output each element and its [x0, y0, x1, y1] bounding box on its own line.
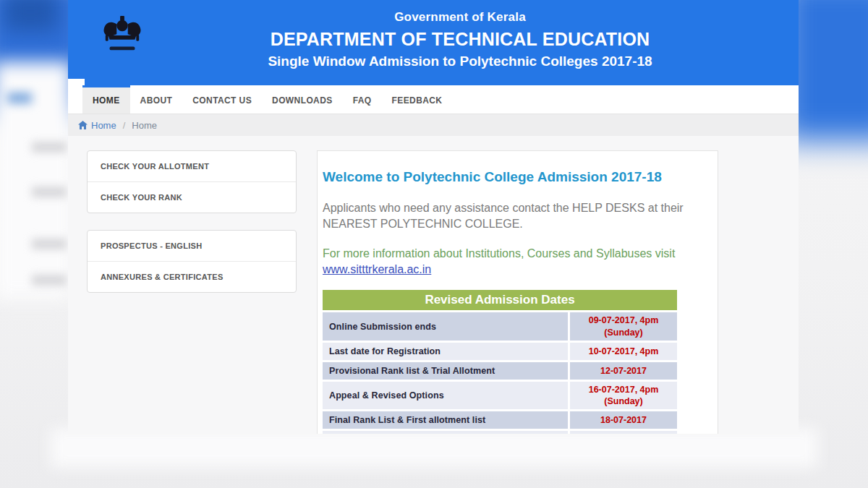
- sidebar-check-group: CHECK YOUR ALLOTMENT CHECK YOUR RANK: [87, 150, 297, 213]
- sidebar-item-prospectus-english[interactable]: PROSPECTUS - ENGLISH: [88, 231, 296, 262]
- info-text: For more information about Institutions,…: [323, 246, 699, 278]
- banner-subtitle-line: Single Window Admission to Polytechnic C…: [122, 53, 799, 69]
- backdrop-blur-streak: [32, 142, 67, 153]
- sidebar-docs-group: PROSPECTUS - ENGLISH ANNEXURES & CERTIFI…: [87, 230, 297, 293]
- help-desk-text: Applicants who need any assistance conta…: [323, 200, 690, 232]
- nav-tab-faq[interactable]: FAQ: [343, 85, 382, 114]
- table-row-date: 18-07-2017: [570, 411, 677, 429]
- banner-department-line: DEPARTMENT OF TECHNICAL EDUCATION: [122, 29, 799, 50]
- nav-tab-about[interactable]: ABOUT: [130, 85, 183, 114]
- nav-tab-home[interactable]: HOME: [82, 85, 130, 114]
- main-content-panel: Welcome to Polytechnic College Admission…: [317, 150, 718, 434]
- breadcrumb-home-label: Home: [91, 120, 116, 131]
- banner-titles: Government of Kerala DEPARTMENT OF TECHN…: [68, 0, 799, 69]
- backdrop-blur-dark-left: [4, 0, 58, 31]
- website-page: Government of Kerala DEPARTMENT OF TECHN…: [68, 0, 799, 434]
- kerala-emblem-icon: [101, 14, 143, 59]
- banner-government-line: Government of Kerala: [122, 10, 799, 25]
- backdrop-blur-streak: [32, 187, 67, 197]
- breadcrumb-home-link[interactable]: Home: [78, 120, 116, 131]
- page-title: Welcome to Polytechnic College Admission…: [323, 169, 718, 185]
- table-row-label: Final Rank List & First allotment list: [323, 411, 568, 429]
- sidebar-item-check-your-allotment[interactable]: CHECK YOUR ALLOTMENT: [88, 151, 296, 182]
- table-row-label: Last date for Registration: [323, 343, 568, 360]
- table-row-date: 16-07-2017, 4pm (Sunday): [570, 382, 677, 410]
- table-row-date: 09-07-2017, 4pm (Sunday): [570, 312, 677, 341]
- breadcrumb-separator: /: [123, 120, 126, 131]
- admission-dates-table: Revised Admission Dates Online Submissio…: [323, 290, 677, 434]
- table-row-date: 21-07-2017, 4pm: [570, 431, 677, 434]
- info-text-prefix: For more information about Institutions,…: [323, 247, 675, 260]
- breadcrumb-current: Home: [132, 120, 157, 131]
- home-icon: [78, 121, 88, 129]
- breadcrumb: Home / Home: [68, 114, 799, 136]
- table-row-date: 10-07-2017, 4pm: [570, 343, 677, 360]
- nav-tab-feedback[interactable]: FEEDBACK: [382, 85, 453, 114]
- backdrop-blur-smudge: [7, 93, 32, 103]
- table-row-label: Last Date for Reporting/training based o…: [323, 431, 568, 434]
- table-row-label: Provisional Rank list & Trial Allotment: [323, 362, 568, 380]
- table-row-label: Appeal & Revised Options: [323, 382, 568, 410]
- backdrop-blur-streak: [32, 239, 67, 249]
- screenshot-canvas: Government of Kerala DEPARTMENT OF TECHN…: [0, 0, 868, 488]
- banner-left-notch: [68, 79, 85, 85]
- sitttr-link[interactable]: www.sitttrkerala.ac.in: [323, 263, 431, 275]
- sidebar-item-annexures-certificates[interactable]: ANNEXURES & CERTIFICATES: [88, 262, 296, 292]
- site-banner: Government of Kerala DEPARTMENT OF TECHN…: [68, 0, 799, 85]
- sidebar-item-check-your-rank[interactable]: CHECK YOUR RANK: [88, 182, 296, 213]
- table-row-date: 12-07-2017: [570, 362, 677, 380]
- main-navbar: HOME ABOUT CONTACT US DOWNLOADS FAQ FEED…: [68, 85, 799, 114]
- nav-tab-downloads[interactable]: DOWNLOADS: [262, 85, 343, 114]
- backdrop-blur-bottom: [51, 428, 817, 468]
- backdrop-blur-streak: [32, 275, 67, 286]
- table-title: Revised Admission Dates: [323, 290, 677, 310]
- nav-tab-contact-us[interactable]: CONTACT US: [182, 85, 262, 114]
- table-row-label: Online Submission ends: [323, 312, 568, 341]
